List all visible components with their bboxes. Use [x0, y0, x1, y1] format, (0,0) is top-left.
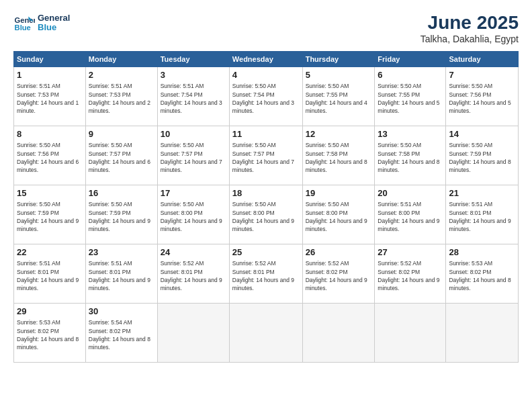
day-number: 14 — [449, 128, 515, 140]
logo-line1: General — [38, 13, 70, 23]
day-number: 20 — [378, 187, 443, 199]
calendar: SundayMondayTuesdayWednesdayThursdayFrid… — [13, 51, 519, 363]
day-number: 24 — [161, 246, 226, 259]
calendar-cell: 14Sunrise: 5:50 AMSunset: 7:59 PMDayligh… — [446, 126, 519, 185]
calendar-cell: 16Sunrise: 5:50 AMSunset: 7:59 PMDayligh… — [85, 185, 157, 244]
day-number: 10 — [161, 128, 226, 140]
calendar-cell: 30Sunrise: 5:54 AMSunset: 8:02 PMDayligh… — [85, 304, 157, 363]
day-number: 11 — [232, 128, 300, 140]
day-detail: Sunrise: 5:50 AMSunset: 7:57 PMDaylight:… — [89, 141, 154, 174]
day-number: 13 — [378, 128, 443, 140]
logo: General Blue General Blue — [13, 12, 70, 34]
calendar-cell: 10Sunrise: 5:50 AMSunset: 7:57 PMDayligh… — [157, 126, 229, 185]
svg-text:Blue: Blue — [15, 24, 31, 32]
day-detail: Sunrise: 5:50 AMSunset: 7:56 PMDaylight:… — [17, 141, 83, 174]
subtitle: Talkha, Dakahlia, Egypt — [420, 34, 519, 44]
weekday-header-tuesday: Tuesday — [157, 52, 229, 67]
calendar-cell: 21Sunrise: 5:51 AMSunset: 8:01 PMDayligh… — [446, 185, 519, 244]
calendar-cell: 29Sunrise: 5:53 AMSunset: 8:02 PMDayligh… — [14, 304, 86, 363]
calendar-cell — [302, 304, 375, 363]
day-detail: Sunrise: 5:51 AMSunset: 7:53 PMDaylight:… — [89, 82, 154, 115]
main-title: June 2025 — [420, 12, 519, 34]
calendar-cell: 28Sunrise: 5:53 AMSunset: 8:02 PMDayligh… — [446, 244, 519, 304]
day-detail: Sunrise: 5:50 AMSunset: 7:58 PMDaylight:… — [378, 141, 443, 174]
day-detail: Sunrise: 5:50 AMSunset: 7:55 PMDaylight:… — [378, 82, 443, 115]
weekday-header-wednesday: Wednesday — [229, 52, 302, 67]
calendar-week-4: 22Sunrise: 5:51 AMSunset: 8:01 PMDayligh… — [14, 244, 519, 304]
day-detail: Sunrise: 5:52 AMSunset: 8:01 PMDaylight:… — [161, 259, 226, 292]
day-detail: Sunrise: 5:50 AMSunset: 7:55 PMDaylight:… — [306, 82, 372, 115]
calendar-week-1: 1Sunrise: 5:51 AMSunset: 7:53 PMDaylight… — [14, 67, 519, 126]
day-detail: Sunrise: 5:51 AMSunset: 8:00 PMDaylight:… — [378, 200, 443, 233]
calendar-cell — [229, 304, 302, 363]
day-detail: Sunrise: 5:51 AMSunset: 7:54 PMDaylight:… — [161, 82, 226, 115]
calendar-cell: 26Sunrise: 5:52 AMSunset: 8:02 PMDayligh… — [302, 244, 375, 304]
day-detail: Sunrise: 5:54 AMSunset: 8:02 PMDaylight:… — [89, 318, 154, 351]
day-number: 5 — [306, 69, 372, 81]
day-detail: Sunrise: 5:52 AMSunset: 8:01 PMDaylight:… — [232, 259, 300, 292]
calendar-cell: 6Sunrise: 5:50 AMSunset: 7:55 PMDaylight… — [375, 67, 446, 126]
day-detail: Sunrise: 5:52 AMSunset: 8:02 PMDaylight:… — [306, 259, 372, 292]
calendar-cell: 8Sunrise: 5:50 AMSunset: 7:56 PMDaylight… — [14, 126, 86, 185]
calendar-week-3: 15Sunrise: 5:50 AMSunset: 7:59 PMDayligh… — [14, 185, 519, 244]
page-header: General Blue General Blue June 2025 Talk… — [13, 12, 519, 44]
day-number: 3 — [161, 69, 226, 81]
day-number: 15 — [17, 187, 83, 199]
day-number: 6 — [378, 69, 443, 81]
calendar-cell: 2Sunrise: 5:51 AMSunset: 7:53 PMDaylight… — [85, 67, 157, 126]
day-number: 4 — [232, 69, 300, 81]
weekday-header-monday: Monday — [85, 52, 157, 67]
day-number: 17 — [161, 187, 226, 199]
day-number: 28 — [449, 246, 515, 259]
day-number: 29 — [17, 306, 83, 318]
calendar-cell: 13Sunrise: 5:50 AMSunset: 7:58 PMDayligh… — [375, 126, 446, 185]
day-number: 21 — [449, 187, 515, 199]
day-number: 18 — [232, 187, 300, 199]
calendar-cell: 12Sunrise: 5:50 AMSunset: 7:58 PMDayligh… — [302, 126, 375, 185]
day-detail: Sunrise: 5:51 AMSunset: 7:53 PMDaylight:… — [17, 82, 83, 115]
day-number: 2 — [89, 69, 154, 81]
calendar-week-2: 8Sunrise: 5:50 AMSunset: 7:56 PMDaylight… — [14, 126, 519, 185]
day-detail: Sunrise: 5:50 AMSunset: 8:00 PMDaylight:… — [306, 200, 372, 233]
calendar-cell — [446, 304, 519, 363]
calendar-cell: 18Sunrise: 5:50 AMSunset: 8:00 PMDayligh… — [229, 185, 302, 244]
calendar-cell: 3Sunrise: 5:51 AMSunset: 7:54 PMDaylight… — [157, 67, 229, 126]
calendar-cell: 7Sunrise: 5:50 AMSunset: 7:56 PMDaylight… — [446, 67, 519, 126]
logo-line2: Blue — [38, 23, 70, 32]
day-number: 25 — [232, 246, 300, 259]
day-detail: Sunrise: 5:50 AMSunset: 8:00 PMDaylight:… — [232, 200, 300, 233]
calendar-cell: 19Sunrise: 5:50 AMSunset: 8:00 PMDayligh… — [302, 185, 375, 244]
day-detail: Sunrise: 5:51 AMSunset: 8:01 PMDaylight:… — [17, 259, 83, 292]
calendar-week-5: 29Sunrise: 5:53 AMSunset: 8:02 PMDayligh… — [14, 304, 519, 363]
day-number: 22 — [17, 246, 83, 259]
day-detail: Sunrise: 5:50 AMSunset: 7:54 PMDaylight:… — [232, 82, 300, 115]
day-detail: Sunrise: 5:52 AMSunset: 8:02 PMDaylight:… — [378, 259, 443, 292]
day-detail: Sunrise: 5:50 AMSunset: 8:00 PMDaylight:… — [161, 200, 226, 233]
day-detail: Sunrise: 5:50 AMSunset: 7:58 PMDaylight:… — [306, 141, 372, 174]
calendar-cell: 4Sunrise: 5:50 AMSunset: 7:54 PMDaylight… — [229, 67, 302, 126]
calendar-cell: 20Sunrise: 5:51 AMSunset: 8:00 PMDayligh… — [375, 185, 446, 244]
day-detail: Sunrise: 5:50 AMSunset: 7:57 PMDaylight:… — [232, 141, 300, 174]
calendar-cell: 23Sunrise: 5:51 AMSunset: 8:01 PMDayligh… — [85, 244, 157, 304]
calendar-cell: 1Sunrise: 5:51 AMSunset: 7:53 PMDaylight… — [14, 67, 86, 126]
day-detail: Sunrise: 5:51 AMSunset: 8:01 PMDaylight:… — [449, 200, 515, 233]
weekday-header-thursday: Thursday — [302, 52, 375, 67]
calendar-cell: 17Sunrise: 5:50 AMSunset: 8:00 PMDayligh… — [157, 185, 229, 244]
day-number: 7 — [449, 69, 515, 81]
day-number: 27 — [378, 246, 443, 259]
day-detail: Sunrise: 5:50 AMSunset: 7:59 PMDaylight:… — [449, 141, 515, 174]
weekday-header-sunday: Sunday — [14, 52, 86, 67]
day-number: 1 — [17, 69, 83, 81]
calendar-cell — [157, 304, 229, 363]
day-number: 30 — [89, 306, 154, 318]
day-detail: Sunrise: 5:50 AMSunset: 7:59 PMDaylight:… — [89, 200, 154, 233]
calendar-cell: 27Sunrise: 5:52 AMSunset: 8:02 PMDayligh… — [375, 244, 446, 304]
day-number: 16 — [89, 187, 154, 199]
day-number: 8 — [17, 128, 83, 140]
calendar-cell: 24Sunrise: 5:52 AMSunset: 8:01 PMDayligh… — [157, 244, 229, 304]
day-detail: Sunrise: 5:53 AMSunset: 8:02 PMDaylight:… — [449, 259, 515, 292]
calendar-cell: 25Sunrise: 5:52 AMSunset: 8:01 PMDayligh… — [229, 244, 302, 304]
day-detail: Sunrise: 5:50 AMSunset: 7:59 PMDaylight:… — [17, 200, 83, 233]
day-number: 19 — [306, 187, 372, 199]
day-detail: Sunrise: 5:51 AMSunset: 8:01 PMDaylight:… — [89, 259, 154, 292]
